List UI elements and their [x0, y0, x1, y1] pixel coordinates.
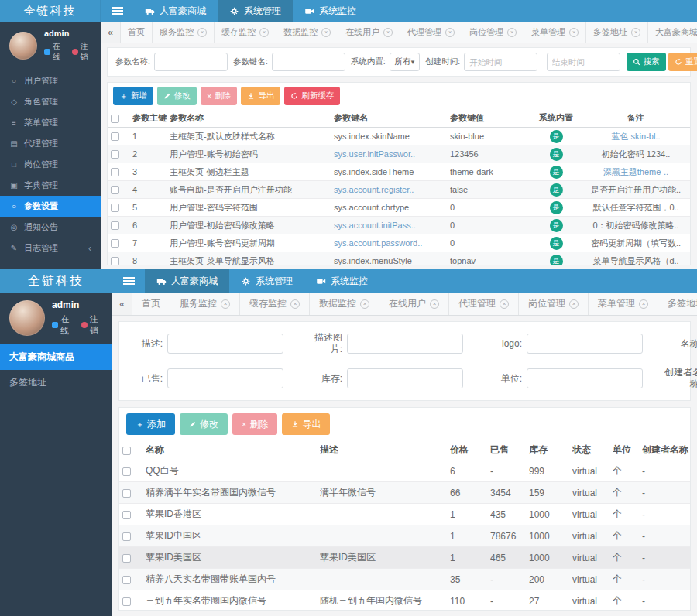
table-row[interactable]: 8 主框架页-菜单导航显示风格 sys.index.menuStyle topn… [108, 252, 690, 265]
refresh-cache-button[interactable]: 刷新缓存 [284, 87, 340, 105]
table-row[interactable]: 苹果ID美国区 苹果ID美国区 1 465 1000 virtual 个 - 2 [119, 547, 690, 569]
tab[interactable]: 服务监控 × [170, 293, 240, 315]
table-row[interactable]: 6 用户管理-初始密码修改策略 sys.account.initPass.. 0… [108, 217, 690, 234]
param-key-input[interactable] [272, 53, 345, 71]
row-checkbox[interactable] [122, 576, 131, 584]
row-checkbox[interactable] [122, 597, 131, 606]
tab-close-icon[interactable]: × [383, 28, 393, 37]
tab[interactable]: 在线用户 × [379, 293, 449, 315]
tab[interactable]: 缓存监控 × [215, 22, 276, 43]
tab[interactable]: 首页 × [121, 22, 153, 43]
tab-close-icon[interactable]: × [221, 299, 230, 309]
sidebar-menu-item[interactable]: ▣ 字典管理 [0, 175, 101, 196]
row-checkbox[interactable] [111, 257, 119, 265]
logo-input[interactable] [527, 334, 643, 354]
export-button[interactable]: 导出 [241, 87, 280, 105]
edit-button[interactable]: 修改 [157, 87, 197, 105]
tab-close-icon[interactable]: × [507, 28, 517, 37]
tab-close-icon[interactable]: × [639, 299, 648, 309]
tab-close-icon[interactable]: × [500, 299, 509, 309]
param-name-input[interactable] [154, 53, 228, 71]
tab[interactable]: 缓存监控 × [240, 293, 310, 315]
row-checkbox[interactable] [111, 239, 119, 248]
table-row[interactable]: 4 账号自助-是否开启用户注册功能 sys.account.register..… [108, 181, 690, 199]
tab[interactable]: 数据监控 × [276, 22, 338, 43]
tab-close-icon[interactable]: × [290, 299, 300, 309]
delete-button[interactable]: ×删除 [201, 87, 237, 105]
reset-button[interactable]: 重置 [668, 53, 697, 71]
sidebar-toggle-button[interactable] [101, 0, 133, 22]
sidebar-menu-item[interactable]: ≡ 菜单管理 [0, 112, 101, 133]
sidebar-menu-item[interactable]: ◇ 角色管理 [0, 91, 101, 112]
row-checkbox[interactable] [122, 532, 131, 541]
table-row[interactable]: 1 主框架页-默认皮肤样式名称 sys.index.skinName skin-… [108, 128, 690, 145]
tab[interactable]: 岗位管理 × [462, 22, 524, 43]
table-row[interactable]: 5 用户管理-密码字符范围 sys.account.chrtype 0 是 默认… [108, 199, 690, 217]
tabs-scroll-left-button[interactable]: « [101, 22, 121, 43]
table-row[interactable]: 苹果ID中国区 1 78676 1000 virtual 个 - 20 [119, 525, 690, 547]
tab-close-icon[interactable]: × [445, 28, 455, 37]
row-checkbox[interactable] [111, 150, 119, 159]
row-checkbox[interactable] [111, 221, 119, 230]
sold-input[interactable] [167, 368, 283, 388]
nav-item-system-monitor[interactable]: 系统监控 [304, 269, 379, 293]
table-row[interactable]: 苹果ID香港区 1 435 1000 virtual 个 - 20 [119, 504, 690, 525]
table-row[interactable]: 2 用户管理-账号初始密码 sys.user.initPasswor.. 123… [108, 145, 690, 163]
tab[interactable]: 菜单管理 × [589, 293, 658, 315]
tab-close-icon[interactable]: × [569, 299, 579, 309]
table-row[interactable]: 三到五年实名带圈国内微信号 随机三到五年国内微信号 110 - 27 virtu… [119, 590, 690, 611]
tab[interactable]: 代理管理 × [449, 293, 519, 315]
nav-item-system-monitor[interactable]: 系统监控 [293, 0, 368, 22]
tab[interactable]: 多签地址 × [586, 22, 648, 43]
tab-close-icon[interactable]: × [569, 28, 579, 37]
nav-item-mall[interactable]: 大富豪商城 [145, 269, 229, 293]
row-checkbox[interactable] [111, 168, 119, 176]
desc-image-input[interactable] [347, 334, 463, 354]
row-checkbox[interactable] [111, 186, 119, 194]
table-row[interactable]: 精养八天实名带圈带账单国内号 35 - 200 virtual 个 - 20 [119, 569, 690, 590]
start-time-input[interactable] [464, 53, 537, 71]
sidebar-menu-item[interactable]: 大富豪商城商品 [0, 344, 112, 370]
delete-button[interactable]: ×删除 [232, 413, 277, 435]
stock-input[interactable] [347, 368, 463, 388]
select-all-checkbox[interactable] [122, 447, 131, 455]
table-row[interactable]: 精养满半年实名带圈国内微信号 满半年微信号 66 3454 159 virtua… [119, 482, 690, 504]
sidebar-menu-item[interactable]: ○ 用户管理 [0, 70, 101, 91]
sidebar-menu-item[interactable]: □ 岗位管理 [0, 154, 101, 175]
tab[interactable]: 服务监控 × [153, 22, 215, 43]
tab-close-icon[interactable]: × [430, 299, 439, 309]
sidebar-menu-item[interactable]: ▤ 代理管理 [0, 133, 101, 154]
row-checkbox[interactable] [122, 489, 131, 498]
row-checkbox[interactable] [122, 554, 131, 563]
table-row[interactable]: 7 用户管理-账号密码更新周期 sys.account.password.. 0… [108, 234, 690, 252]
row-checkbox[interactable] [111, 132, 119, 141]
logout-link[interactable]: 注销 [81, 41, 94, 63]
nav-item-system-manage[interactable]: 系统管理 [218, 0, 293, 22]
tab-close-icon[interactable]: × [197, 28, 207, 37]
tab-close-icon[interactable]: × [321, 28, 331, 37]
row-checkbox[interactable] [122, 467, 131, 476]
tab[interactable]: 多签地址 × [658, 293, 697, 315]
tab[interactable]: 菜单管理 × [524, 22, 586, 43]
tab[interactable]: 首页 × [132, 293, 170, 315]
tabs-scroll-left-button[interactable]: « [112, 293, 132, 315]
select-all-checkbox[interactable] [111, 115, 119, 123]
add-button[interactable]: ＋新增 [113, 87, 153, 105]
sidebar-menu-item[interactable]: ◎ 通知公告 [0, 217, 101, 238]
row-checkbox[interactable] [111, 204, 119, 212]
table-row[interactable]: QQ白号 6 - 999 virtual 个 - 20 [119, 460, 690, 482]
tab-close-icon[interactable]: × [259, 28, 269, 37]
nav-item-mall[interactable]: 大富豪商城 [133, 0, 218, 22]
sidebar-menu-item[interactable]: ○ 参数设置 [0, 196, 101, 217]
builtin-select[interactable]: 所有 ▾ [390, 53, 421, 71]
tab[interactable]: 岗位管理 × [519, 293, 589, 315]
tab[interactable]: 数据监控 × [310, 293, 379, 315]
export-button[interactable]: 导出 [282, 413, 330, 435]
tab-close-icon[interactable]: × [631, 28, 640, 37]
edit-button[interactable]: 修改 [180, 413, 228, 435]
tab[interactable]: 在线用户 × [338, 22, 400, 43]
tab[interactable]: 大富豪商城商品 × [648, 22, 697, 43]
logout-link[interactable]: 注销 [90, 313, 105, 337]
add-button[interactable]: ＋添加 [126, 413, 175, 435]
desc-input[interactable] [167, 334, 283, 354]
